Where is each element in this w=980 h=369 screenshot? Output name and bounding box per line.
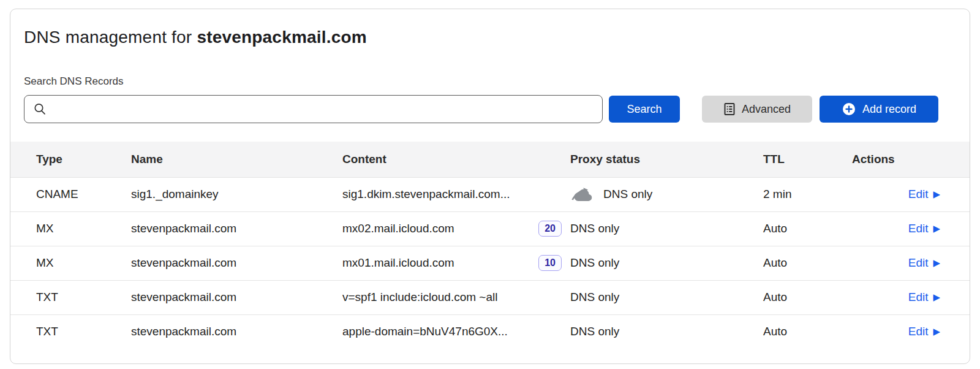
record-content: v=spf1 include:icloud.com ~all bbox=[342, 291, 497, 304]
dns-records-table: Type Name Content Proxy status TTL Actio… bbox=[10, 142, 970, 349]
edit-arrow-icon: ▶ bbox=[933, 257, 940, 268]
column-header-content: Content bbox=[342, 142, 570, 177]
proxy-status-text: DNS only bbox=[603, 188, 652, 201]
add-record-button-label: Add record bbox=[862, 103, 916, 116]
dns-record-row: CNAME sig1._domainkey sig1.dkim.stevenpa… bbox=[10, 177, 970, 211]
column-header-ttl: TTL bbox=[763, 142, 852, 177]
gray-cloud-arrow-icon bbox=[570, 186, 595, 203]
record-type: CNAME bbox=[10, 177, 131, 211]
advanced-button-label: Advanced bbox=[742, 103, 791, 116]
proxy-status-text: DNS only bbox=[570, 291, 619, 304]
dns-record-row: MX stevenpackmail.com mx01.mail.icloud.c… bbox=[10, 246, 970, 280]
controls-row: Search Advanced bbox=[24, 95, 956, 123]
record-ttl: Auto bbox=[763, 211, 852, 246]
record-name: stevenpackmail.com bbox=[131, 280, 342, 314]
search-icon bbox=[33, 102, 47, 116]
record-content: apple-domain=bNuV47n6G0X... bbox=[342, 325, 508, 338]
record-type: MX bbox=[10, 246, 131, 280]
priority-badge: 20 bbox=[538, 221, 562, 237]
list-document-icon bbox=[723, 102, 736, 116]
edit-link[interactable]: Edit ▶ bbox=[908, 188, 940, 201]
column-header-proxy-status: Proxy status bbox=[570, 142, 763, 177]
advanced-button[interactable]: Advanced bbox=[702, 96, 812, 123]
record-ttl: 2 min bbox=[763, 177, 852, 211]
edit-link-label: Edit bbox=[908, 325, 929, 338]
proxy-status-text: DNS only bbox=[570, 325, 619, 338]
edit-link-label: Edit bbox=[908, 188, 929, 201]
edit-link[interactable]: Edit ▶ bbox=[908, 325, 940, 338]
record-name: stevenpackmail.com bbox=[131, 211, 342, 246]
edit-link[interactable]: Edit ▶ bbox=[908, 222, 940, 235]
search-input[interactable] bbox=[53, 96, 594, 123]
record-type: TXT bbox=[10, 314, 131, 349]
column-header-actions: Actions bbox=[852, 142, 970, 177]
edit-link[interactable]: Edit ▶ bbox=[908, 291, 940, 304]
record-content: sig1.dkim.stevenpackmail.com... bbox=[342, 188, 510, 201]
page-title: DNS management for stevenpackmail.com bbox=[24, 28, 956, 47]
page-title-prefix: DNS management for bbox=[24, 28, 197, 47]
record-name: stevenpackmail.com bbox=[131, 246, 342, 280]
record-content: mx01.mail.icloud.com bbox=[342, 256, 454, 270]
record-ttl: Auto bbox=[763, 314, 852, 349]
edit-arrow-icon: ▶ bbox=[933, 223, 940, 234]
record-name: sig1._domainkey bbox=[131, 177, 342, 211]
search-label: Search DNS Records bbox=[24, 75, 956, 88]
edit-link-label: Edit bbox=[908, 222, 929, 235]
record-ttl: Auto bbox=[763, 246, 852, 280]
proxy-status-text: DNS only bbox=[570, 222, 619, 235]
edit-arrow-icon: ▶ bbox=[933, 189, 940, 200]
record-type: MX bbox=[10, 211, 131, 246]
priority-badge: 10 bbox=[538, 255, 562, 271]
record-ttl: Auto bbox=[763, 280, 852, 314]
record-name: stevenpackmail.com bbox=[131, 314, 342, 349]
plus-circle-icon bbox=[842, 102, 856, 116]
domain-name: stevenpackmail.com bbox=[197, 28, 367, 47]
dns-record-row: MX stevenpackmail.com mx02.mail.icloud.c… bbox=[10, 211, 970, 246]
edit-link-label: Edit bbox=[908, 256, 929, 270]
column-header-type: Type bbox=[10, 142, 131, 177]
search-box[interactable] bbox=[24, 95, 603, 123]
edit-arrow-icon: ▶ bbox=[933, 326, 940, 337]
proxy-status-text: DNS only bbox=[570, 256, 619, 270]
add-record-button[interactable]: Add record bbox=[820, 96, 938, 123]
edit-link-label: Edit bbox=[908, 291, 929, 304]
column-header-name: Name bbox=[131, 142, 342, 177]
dns-record-row: TXT stevenpackmail.com v=spf1 include:ic… bbox=[10, 280, 970, 314]
search-button[interactable]: Search bbox=[609, 96, 680, 123]
record-content: mx02.mail.icloud.com bbox=[342, 222, 454, 235]
edit-arrow-icon: ▶ bbox=[933, 292, 940, 303]
dns-record-row: TXT stevenpackmail.com apple-domain=bNuV… bbox=[10, 314, 970, 349]
edit-link[interactable]: Edit ▶ bbox=[908, 256, 940, 270]
record-type: TXT bbox=[10, 280, 131, 314]
dns-management-card: DNS management for stevenpackmail.com Se… bbox=[10, 9, 970, 364]
table-header-row: Type Name Content Proxy status TTL Actio… bbox=[10, 142, 970, 177]
